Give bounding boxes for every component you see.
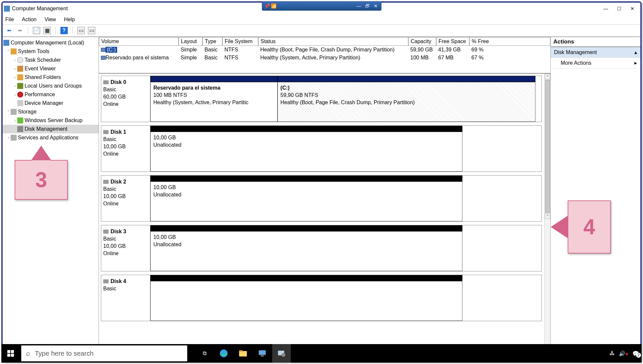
properties-button[interactable]: ▦ [43, 27, 51, 34]
actions-disk-management[interactable]: Disk Management▴ [551, 47, 640, 58]
col-status[interactable]: Status [258, 37, 408, 46]
minimize-button[interactable]: — [599, 4, 612, 13]
task-view-button[interactable]: ⧉ [195, 344, 214, 363]
taskbar-explorer[interactable] [234, 344, 252, 363]
taskbar-computer-management[interactable] [272, 344, 291, 363]
search-placeholder: Type here to search [35, 350, 94, 357]
disk-block[interactable]: Disk 4Basic [101, 275, 542, 321]
svg-rect-2 [7, 354, 10, 357]
tree-storage[interactable]: ˅Storage [3, 108, 99, 116]
start-button[interactable] [1, 344, 20, 363]
back-button[interactable]: ⬅ [5, 27, 13, 34]
tree-server-backup[interactable]: ›Windows Server Backup [3, 116, 99, 125]
actions-more[interactable]: More Actions▸ [551, 58, 640, 68]
toolbar: ⬅ ➡ 📄 ▦ ? ▭ ▭ [3, 25, 640, 36]
svg-point-4 [220, 349, 227, 357]
help-button[interactable]: ? [60, 27, 68, 34]
disk-vscrollbar[interactable]: ˄˅ [544, 74, 550, 352]
search-icon: ⌕ [26, 349, 30, 358]
actions-pane: Actions Disk Management▴ More Actions▸ [551, 37, 640, 361]
menu-help[interactable]: Help [64, 17, 75, 23]
show-hide-tree-button[interactable]: 📄 [33, 27, 40, 34]
callout-4: 4 [568, 200, 611, 254]
tree-task-scheduler[interactable]: ›Task Scheduler [3, 56, 99, 64]
volume-list: Volume Layout Type File System Status Ca… [99, 37, 550, 74]
svg-rect-0 [7, 350, 10, 353]
col-fs[interactable]: File System [222, 37, 258, 46]
col-pct[interactable]: % Free [469, 37, 550, 46]
remote-close-icon[interactable]: ✕ [374, 3, 378, 9]
disk-block[interactable]: Disk 1Basic10,00 GBOnline10,00 GBUnalloc… [101, 125, 542, 172]
tree-device-manager[interactable]: Device Manager [3, 99, 99, 108]
tray-notifications-icon[interactable]: 💬2 [632, 350, 639, 357]
svg-rect-7 [259, 350, 266, 355]
tray-volume-icon[interactable]: 🔊✖ [619, 350, 628, 357]
svg-point-10 [281, 353, 285, 357]
search-box[interactable]: ⌕ Type here to search [21, 345, 187, 361]
expand-icon: ▸ [634, 60, 637, 66]
tree-shared-folders[interactable]: ›Shared Folders [3, 73, 99, 82]
toolbar-view1-button[interactable]: ▭ [77, 27, 85, 34]
remote-minimize-icon[interactable]: — [357, 3, 361, 9]
svg-rect-6 [239, 350, 243, 352]
tree-system-tools[interactable]: ˅System Tools [3, 47, 99, 56]
disk-block[interactable]: Disk 0Basic60,00 GBOnlineReservado para … [101, 76, 542, 122]
col-type[interactable]: Type [202, 37, 222, 46]
volume-row[interactable]: (C:)SimpleBasicNTFSHealthy (Boot, Page F… [99, 46, 550, 54]
collapse-icon: ▴ [634, 49, 637, 55]
svg-rect-1 [11, 350, 14, 353]
disk-graphical-view: Disk 0Basic60,00 GBOnlineReservado para … [99, 74, 544, 352]
col-volume[interactable]: Volume [99, 37, 179, 46]
close-button[interactable]: ✕ [626, 4, 639, 13]
remote-connection-bar[interactable]: 📌 📶 — 🗗 ✕ [262, 1, 381, 11]
volume-row[interactable]: Reservado para el sistemaSimpleBasicNTFS… [99, 54, 550, 62]
tree-services[interactable]: ›Services and Applications [3, 133, 99, 142]
tree-local-users[interactable]: ›Local Users and Groups [3, 82, 99, 90]
col-capacity[interactable]: Capacity [408, 37, 436, 46]
app-icon [4, 6, 10, 12]
title-bar: Computer Management 📌 📶 — 🗗 ✕ — ☐ ✕ [3, 3, 640, 15]
tree-root[interactable]: Computer Management (Local) [3, 38, 99, 47]
callout-3: 3 [15, 160, 68, 200]
svg-rect-8 [261, 355, 264, 357]
col-free[interactable]: Free Space [436, 37, 469, 46]
actions-header: Actions [551, 37, 640, 47]
menu-view[interactable]: View [44, 17, 56, 23]
tree-event-viewer[interactable]: ›Event Viewer [3, 64, 99, 73]
tree-performance[interactable]: ›Performance [3, 90, 99, 99]
taskbar: ⌕ Type here to search ⧉ 🖧 🔊✖ 💬2 [1, 344, 642, 363]
window-title: Computer Management [12, 6, 68, 12]
svg-rect-3 [11, 354, 14, 357]
remote-restore-icon[interactable]: 🗗 [365, 3, 370, 9]
system-tray: 🖧 🔊✖ 💬2 [607, 350, 642, 357]
disk-block[interactable]: Disk 2Basic10,00 GBOnline10,00 GBUnalloc… [101, 175, 542, 222]
menu-bar: File Action View Help [3, 15, 640, 25]
menu-file[interactable]: File [5, 17, 14, 23]
tree-disk-management[interactable]: Disk Management [3, 125, 99, 133]
taskbar-edge[interactable] [214, 344, 233, 363]
col-layout[interactable]: Layout [179, 37, 202, 46]
tray-network-icon[interactable]: 🖧 [609, 350, 615, 356]
taskbar-server-manager[interactable] [253, 344, 272, 363]
maximize-button[interactable]: ☐ [612, 4, 626, 13]
disk-block[interactable]: Disk 3Basic10,00 GBOnline10,00 GBUnalloc… [101, 225, 542, 271]
menu-action[interactable]: Action [22, 17, 37, 23]
svg-rect-5 [239, 351, 247, 356]
toolbar-view2-button[interactable]: ▭ [88, 27, 95, 34]
forward-button[interactable]: ➡ [16, 27, 23, 34]
